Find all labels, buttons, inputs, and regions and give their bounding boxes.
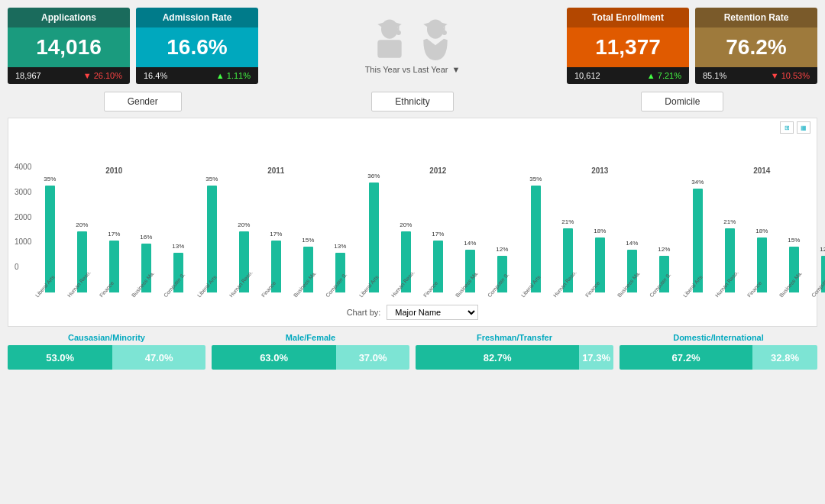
year-group: 201236%Liberal Arts20%Human Reso.17%Fina… (358, 147, 517, 300)
year-group: 201135%Liberal Arts20%Human Reso.17%Fina… (196, 147, 355, 300)
bar-pct-label: 16% (140, 234, 152, 241)
bar-wrap: 36%Liberal Arts (358, 183, 389, 300)
ratio-title: Freshman/Transfer (416, 333, 613, 342)
applications-value: 14,016 (8, 27, 130, 67)
bar-pct-label: 14% (626, 240, 638, 247)
bar-pct-label: 18% (755, 228, 768, 234)
filter-buttons-row: Gender Ethnicity Domicile (8, 92, 817, 111)
bar-pct-label: 20% (400, 221, 412, 228)
year-selector-arrow[interactable]: ▼ (451, 65, 460, 74)
enrollment-card: Total Enrollment 11,377 10,612 ▲ 7.21% (567, 8, 689, 84)
enrollment-value: 11,377 (567, 27, 689, 67)
year-selector[interactable]: This Year vs Last Year ▼ (365, 65, 461, 74)
bar-wrap: 18%Finance (584, 237, 615, 300)
filter-ethnicity-button[interactable]: Ethnicity (371, 92, 453, 111)
y-axis-0: 0 (15, 263, 31, 271)
retention-card: Retention Rate 76.2% 85.1% ▼ 10.53% (695, 8, 817, 84)
bar-pct-label: 13% (334, 243, 346, 250)
year-group: 201035%Liberal Arts20%Human Reso.17%Fina… (34, 147, 193, 300)
bar-pct-label: 15% (302, 237, 314, 244)
y-axis-4000: 4000 (15, 163, 31, 171)
bar-pct-label: 12% (658, 246, 670, 253)
filter-domicile-button[interactable]: Domicile (641, 92, 723, 111)
ratio-right: 32.8% (752, 345, 817, 370)
enrollment-title: Total Enrollment (567, 8, 689, 27)
bar-wrap: 35%Liberal Arts (520, 186, 551, 300)
ratio-left: 63.0% (212, 345, 336, 370)
chart-bar-icon[interactable]: ▦ (797, 121, 810, 134)
bar-wrap: 20%Human Reso. (390, 231, 421, 300)
grad-male-icon (416, 18, 455, 60)
svg-point-4 (396, 30, 401, 34)
chart-by-row: Chart by: Major Name (15, 305, 810, 320)
bar-pct-label: 21% (561, 218, 574, 225)
retention-footer: 85.1% ▼ 10.53% (695, 67, 817, 84)
chart-table-icon[interactable]: ⊞ (780, 121, 794, 134)
bar-pct-label: 35% (205, 176, 218, 183)
bars-wrap: 34%Liberal Arts21%Human Reso.18%Finance1… (682, 178, 825, 300)
dashboard: Applications 14,016 18,967 ▼ 26.10% Admi… (0, 0, 825, 504)
ratio-right: 17.3% (579, 345, 613, 370)
ratio-card: Male/Female63.0%37.0% (212, 333, 409, 370)
bar-pct-label: 35% (44, 176, 56, 183)
ratio-card: Causasian/Minority53.0%47.0% (8, 333, 205, 370)
bar-pct-label: 18% (594, 228, 606, 234)
y-axis-3000: 3000 (15, 188, 31, 196)
bar-wrap: 34%Liberal Arts (682, 189, 713, 300)
bar-pct-label: 12% (820, 246, 825, 253)
bars-wrap: 35%Liberal Arts20%Human Reso.17%Finance1… (196, 178, 355, 300)
bar-wrap: 20%Human Reso. (228, 231, 259, 300)
ratio-left: 82.7% (416, 345, 579, 370)
ratio-bar: 67.2%32.8% (620, 345, 817, 370)
applications-card: Applications 14,016 18,967 ▼ 26.10% (8, 8, 130, 84)
bar-wrap: 15%Business Ma. (778, 247, 809, 300)
ratio-bar: 53.0%47.0% (8, 345, 205, 370)
kpi-row: Applications 14,016 18,967 ▼ 26.10% Admi… (8, 8, 817, 84)
filter-gender-button[interactable]: Gender (104, 92, 182, 111)
bar-pct-label: 12% (496, 246, 508, 253)
chart-controls: ⊞ ▦ (780, 121, 810, 134)
bar-pct-label: 21% (723, 218, 736, 225)
bar-wrap: 17%Finance (99, 241, 129, 300)
bar-wrap: 14%Business Ma. (455, 250, 485, 300)
applications-title: Applications (8, 8, 130, 27)
bars-wrap: 36%Liberal Arts20%Human Reso.17%Finance1… (358, 178, 517, 300)
ratio-title: Causasian/Minority (8, 333, 205, 342)
retention-prev: 85.1% (703, 71, 726, 80)
year-label: 2010 (105, 166, 122, 175)
bar-wrap: 12%Computer S. (487, 256, 517, 300)
bar-wrap: 15%Business Ma. (293, 247, 323, 300)
ratio-left: 53.0% (8, 345, 112, 370)
y-axis-1000: 1000 (15, 237, 31, 246)
bar-wrap: 12%Computer S. (810, 256, 825, 300)
bar-wrap: 21%Human Reso. (714, 228, 745, 300)
admission-change: ▲ 1.11% (216, 71, 251, 80)
bars-wrap: 35%Liberal Arts20%Human Reso.17%Finance1… (34, 178, 193, 300)
bar-wrap: 35%Liberal Arts (34, 186, 65, 300)
chart-by-select[interactable]: Major Name (387, 305, 478, 320)
year-label: 2012 (429, 166, 446, 175)
y-axis: 0 1000 2000 3000 4000 (15, 163, 34, 300)
bar-pct-label: 36% (367, 173, 380, 179)
ratio-row: Causasian/Minority53.0%47.0%Male/Female6… (8, 333, 817, 370)
bar-wrap: 12%Computer S. (649, 256, 679, 300)
bars-container: 201035%Liberal Arts20%Human Reso.17%Fina… (34, 147, 825, 300)
retention-title: Retention Rate (695, 8, 817, 27)
admission-footer: 16.4% ▲ 1.11% (136, 67, 258, 84)
year-group: 201335%Liberal Arts21%Human Reso.18%Fina… (520, 147, 679, 300)
applications-prev: 18,967 (15, 71, 41, 80)
bar-wrap: 14%Business Ma. (616, 250, 647, 300)
year-label: 2013 (591, 166, 608, 175)
svg-point-8 (442, 30, 447, 34)
ratio-card: Freshman/Transfer82.7%17.3% (416, 333, 613, 370)
bar-pct-label: 20% (238, 221, 250, 228)
ratio-right: 37.0% (336, 345, 409, 370)
bar-pct-label: 17% (270, 231, 282, 237)
year-label: 2011 (267, 166, 284, 175)
ratio-card: Domestic/International67.2%32.8% (620, 333, 817, 370)
main-chart: ⊞ ▦ 0 1000 2000 3000 4000 201035%Liberal… (8, 118, 817, 327)
enrollment-change: ▲ 7.21% (647, 71, 681, 80)
enrollment-prev: 10,612 (574, 71, 600, 80)
ratio-bar: 82.7%17.3% (416, 345, 613, 370)
grad-icons (370, 18, 455, 60)
